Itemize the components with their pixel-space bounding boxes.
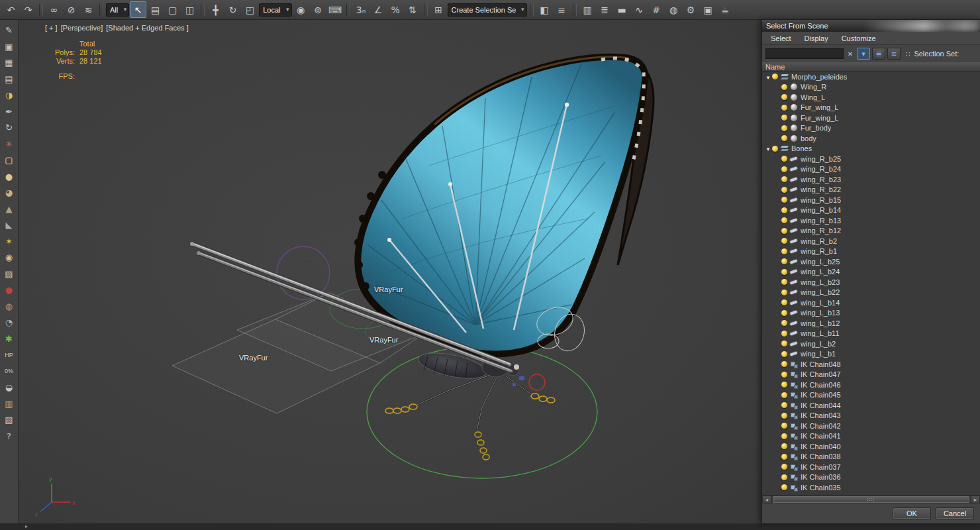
- visibility-bulb-icon[interactable]: [781, 84, 787, 90]
- visibility-bulb-icon[interactable]: [781, 423, 787, 429]
- tree-row[interactable]: IK Chain046: [762, 380, 980, 390]
- tree-row[interactable]: wing_R_b22: [762, 185, 980, 195]
- square-tool-icon[interactable]: ▢: [2, 153, 17, 167]
- select-object-button[interactable]: ↖: [130, 1, 146, 18]
- visibility-bulb-icon[interactable]: [781, 402, 787, 408]
- schematic-view-button[interactable]: #: [648, 1, 665, 18]
- visibility-bulb-icon[interactable]: [781, 269, 787, 275]
- use-pivot-point-button[interactable]: ◉: [293, 1, 309, 18]
- cone-tool-icon[interactable]: ▲: [2, 202, 17, 216]
- toolbar-flyout-icon[interactable]: ▸: [25, 523, 28, 530]
- tree-row[interactable]: wing_R_b12: [762, 226, 980, 237]
- circle-tool-icon[interactable]: ◕: [2, 186, 17, 199]
- display-objects-button[interactable]: ▾: [857, 48, 870, 60]
- expand-collapse-icon[interactable]: [765, 144, 771, 152]
- perspective-viewport[interactable]: x y z [ + ] [Perspective] [Shaded + Edge…: [19, 20, 761, 523]
- undo-button[interactable]: ↶: [3, 1, 19, 18]
- tree-row[interactable]: Fur_body: [762, 123, 980, 134]
- menu-display[interactable]: Display: [799, 33, 834, 44]
- grid-tool-icon[interactable]: ▦: [2, 56, 17, 70]
- hp-tool-icon[interactable]: HP: [2, 348, 17, 362]
- tree-row[interactable]: IK Chain036: [762, 472, 980, 483]
- expand-collapse-icon[interactable]: [765, 73, 771, 81]
- tree-row[interactable]: wing_R_b14: [762, 205, 980, 216]
- redo-button[interactable]: ↷: [20, 1, 36, 18]
- palette-tool-icon[interactable]: ▥: [2, 397, 17, 411]
- visibility-bulb-icon[interactable]: [781, 372, 787, 378]
- visibility-bulb-icon[interactable]: [781, 392, 787, 398]
- tree-row[interactable]: IK Chain045: [762, 390, 980, 401]
- tree-row[interactable]: IK Chain044: [762, 400, 980, 411]
- visibility-bulb-icon[interactable]: [781, 341, 787, 346]
- toggle-ribbon-button[interactable]: ▬: [614, 1, 630, 18]
- pen-tool-icon[interactable]: ✒: [2, 105, 17, 119]
- visibility-bulb-icon[interactable]: [781, 105, 787, 111]
- tree-row[interactable]: IK Chain047: [762, 370, 980, 380]
- visibility-bulb-icon[interactable]: [781, 454, 787, 460]
- viewport-shading-menu[interactable]: [Shaded + Edged Faces ]: [106, 24, 188, 32]
- render-setup-button[interactable]: ⚙: [683, 1, 699, 18]
- visibility-bulb-icon[interactable]: [781, 474, 787, 480]
- visibility-bulb-icon[interactable]: [781, 351, 787, 357]
- visibility-bulb-icon[interactable]: [781, 207, 787, 213]
- reference-coordinate-dropdown[interactable]: Local: [259, 3, 291, 17]
- visibility-bulb-icon[interactable]: [781, 125, 787, 131]
- tree-row[interactable]: wing_L_b24: [762, 267, 980, 278]
- keyboard-shortcut-override-button[interactable]: ⌨: [327, 1, 344, 18]
- visibility-bulb-icon[interactable]: [781, 176, 787, 182]
- visibility-bulb-icon[interactable]: [781, 299, 787, 305]
- pattern-tool-icon[interactable]: ▨: [2, 267, 17, 281]
- visibility-bulb-icon[interactable]: [772, 146, 778, 152]
- select-and-rotate-button[interactable]: ↻: [224, 1, 241, 18]
- wedge-tool-icon[interactable]: ◣: [2, 218, 17, 232]
- tree-row[interactable]: wing_L_b14: [762, 297, 980, 308]
- tree-row[interactable]: wing_L_b13: [762, 308, 980, 319]
- visibility-bulb-icon[interactable]: [781, 310, 787, 316]
- tree-row[interactable]: IK Chain038: [762, 452, 980, 462]
- tree-row[interactable]: wing_R_b2: [762, 236, 980, 246]
- hatch-tool-icon[interactable]: ▧: [2, 413, 17, 427]
- unlink-selection-button[interactable]: ⊘: [63, 1, 79, 18]
- tree-row[interactable]: Morpho_peleides: [762, 72, 980, 82]
- red-ball-tool-icon[interactable]: ●: [2, 283, 17, 297]
- visibility-bulb-icon[interactable]: [781, 258, 787, 264]
- material-editor-button[interactable]: ◍: [665, 1, 682, 18]
- dialog-titlebar[interactable]: Select From Scene: [762, 20, 980, 32]
- leaf-tool-icon[interactable]: ✱: [2, 332, 17, 346]
- visibility-bulb-icon[interactable]: [781, 290, 787, 295]
- lamp-tool-icon[interactable]: ◑: [2, 88, 17, 102]
- tree-row[interactable]: wing_R_b13: [762, 215, 980, 226]
- percent-snap-button[interactable]: %: [387, 1, 404, 18]
- scroll-left-icon[interactable]: [762, 496, 771, 504]
- visibility-bulb-icon[interactable]: [781, 382, 787, 388]
- visibility-bulb-icon[interactable]: [781, 187, 787, 193]
- bind-to-space-warp-button[interactable]: ≋: [80, 1, 97, 18]
- visibility-bulb-icon[interactable]: [781, 228, 787, 234]
- tree-row[interactable]: wing_L_b11: [762, 329, 980, 339]
- tree-row[interactable]: wing_R_b15: [762, 195, 980, 205]
- name-column-header[interactable]: Name: [762, 62, 980, 72]
- menu-customize[interactable]: Customize: [836, 33, 882, 44]
- tree-row[interactable]: Bones: [762, 144, 980, 154]
- horizontal-scrollbar[interactable]: [762, 495, 980, 504]
- rendered-frame-button[interactable]: ▣: [700, 1, 716, 18]
- rotate-tool-icon[interactable]: ↻: [2, 121, 17, 134]
- visibility-bulb-icon[interactable]: [781, 433, 787, 439]
- ball-tool-icon[interactable]: ◉: [2, 250, 17, 264]
- visibility-bulb-icon[interactable]: [781, 361, 787, 367]
- sphere-tool-icon[interactable]: ●: [2, 170, 17, 184]
- tree-row[interactable]: IK Chain042: [762, 421, 980, 431]
- align-button[interactable]: ≡: [554, 1, 570, 18]
- search-input[interactable]: [765, 48, 844, 59]
- pencil-tool-icon[interactable]: ✎: [2, 23, 17, 37]
- sun-tool-icon[interactable]: ✶: [2, 235, 17, 248]
- spinner-snap-button[interactable]: ⇅: [405, 1, 421, 18]
- tree-row[interactable]: wing_R_b25: [762, 154, 980, 164]
- snaps-toggle-button[interactable]: 3ₙ: [353, 1, 369, 18]
- tree-row[interactable]: wing_L_b22: [762, 288, 980, 298]
- visibility-bulb-icon[interactable]: [781, 331, 787, 337]
- tree-row[interactable]: wing_R_b23: [762, 174, 980, 185]
- cancel-button[interactable]: Cancel: [936, 507, 974, 519]
- tree-row[interactable]: wing_L_b25: [762, 256, 980, 267]
- rectangular-selection-region-button[interactable]: ▢: [164, 1, 181, 18]
